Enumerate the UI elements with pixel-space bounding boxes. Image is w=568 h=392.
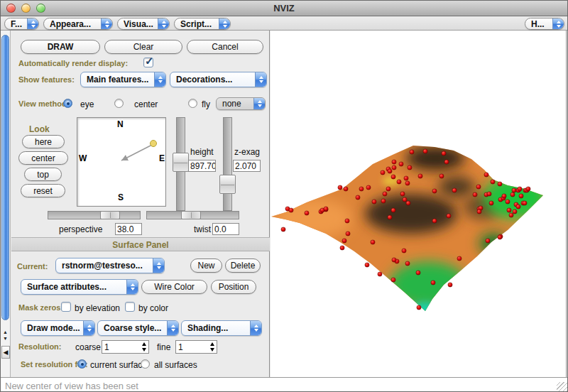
twist-value-input[interactable]: 0.0 — [212, 223, 239, 235]
terrain-surface — [271, 31, 567, 377]
coarse-style-dropdown[interactable]: Coarse style... — [97, 320, 179, 336]
twist-slider-track[interactable] — [146, 211, 239, 219]
menu-visualize[interactable]: Visua... — [117, 18, 170, 30]
fly-mode-dropdown[interactable]: none — [216, 97, 266, 110]
look-top-button[interactable]: top — [24, 168, 62, 181]
menu-file[interactable]: F... — [4, 18, 39, 30]
status-message: New center of view has been set — [5, 381, 138, 391]
current-surface-dropdown[interactable]: rstnorm@testreso... — [55, 258, 165, 273]
current-surface-radio-label: current surface — [90, 360, 147, 370]
panel-vertical-scrollbar[interactable]: ▲▼ ◀ — [1, 31, 11, 377]
compass-west-label: W — [79, 153, 87, 163]
menu-appearance[interactable]: Appeara... — [43, 18, 113, 30]
chevron-updown-icon — [158, 18, 169, 29]
all-surfaces-radio[interactable] — [141, 359, 150, 369]
look-here-label: here — [35, 137, 52, 147]
draw-button[interactable]: DRAW — [21, 40, 100, 54]
view-position-canvas[interactable]: N S W E — [77, 117, 166, 207]
coarse-resolution-spinbox[interactable]: 1 — [102, 340, 149, 354]
chevron-updown-icon — [153, 258, 164, 273]
chevron-updown-icon — [101, 18, 112, 29]
twist-slider-handle[interactable] — [181, 211, 201, 219]
clear-button[interactable]: Clear — [104, 40, 182, 54]
z-exag-slider-track[interactable] — [223, 117, 232, 211]
resolution-label: Resolution: — [18, 342, 62, 351]
control-panel: DRAW Clear Cancel Automatically render d… — [11, 31, 270, 377]
auto-render-checkbox[interactable] — [143, 58, 153, 67]
chevron-updown-icon — [167, 321, 178, 335]
perspective-slider-handle[interactable] — [100, 211, 120, 219]
height-value-input[interactable]: 897.70 — [188, 160, 216, 172]
look-reset-label: reset — [33, 186, 53, 196]
scroll-left-arrow-icon[interactable]: ◀ — [1, 346, 10, 359]
height-slider-handle[interactable] — [173, 153, 189, 172]
view-method-center-radio[interactable] — [114, 99, 124, 108]
fly-mode-dropdown-label: none — [222, 99, 253, 109]
height-slider-label: height — [190, 147, 214, 157]
render-viewport[interactable] — [271, 31, 567, 377]
delete-surface-button[interactable]: Delete — [225, 258, 261, 273]
z-exag-slider-label: z-exag — [234, 147, 260, 157]
scrollbar-arrows-icon[interactable]: ▲▼ — [3, 329, 8, 342]
current-surface-radio[interactable] — [77, 359, 87, 369]
compass-east-label: E — [159, 153, 165, 163]
cancel-button[interactable]: Cancel — [187, 40, 263, 54]
decorations-dropdown[interactable]: Decorations... — [170, 72, 267, 87]
view-method-fly-radio[interactable] — [188, 99, 197, 108]
surface-attributes-dropdown[interactable]: Surface attributes... — [21, 279, 138, 295]
menu-scripting[interactable]: Script... — [174, 18, 231, 30]
spinner-arrows-icon[interactable] — [141, 342, 148, 352]
fine-resolution-value: 1 — [176, 342, 209, 352]
look-center-label: center — [31, 153, 55, 163]
coarse-style-dropdown-label: Coarse style... — [104, 323, 167, 333]
view-method-center-label: center — [134, 99, 158, 109]
look-here-button[interactable]: here — [22, 135, 65, 148]
menu-help[interactable]: H... — [525, 18, 564, 30]
cancel-button-label: Cancel — [212, 42, 238, 52]
perspective-value-input[interactable]: 38.0 — [115, 223, 142, 235]
window-title: NVIZ — [1, 3, 567, 13]
nviz-window: NVIZ F... Appeara... Visua... Script... … — [0, 0, 568, 392]
wire-color-button[interactable]: Wire Color — [141, 280, 207, 294]
menu-appearance-label: Appeara... — [50, 19, 101, 29]
mask-by-color-checkbox[interactable] — [125, 302, 135, 312]
position-button[interactable]: Position — [211, 280, 256, 294]
view-method-fly-label: fly — [202, 99, 210, 109]
z-exag-slider-handle[interactable] — [219, 175, 236, 194]
chevron-updown-icon — [154, 72, 165, 87]
current-label: Current: — [17, 262, 48, 271]
view-method-label: View method: — [18, 99, 69, 108]
z-exag-value-input[interactable]: 2.070 — [233, 160, 261, 172]
draw-mode-dropdown[interactable]: Draw mode... — [21, 320, 95, 336]
main-features-dropdown[interactable]: Main features... — [80, 72, 166, 87]
scrollbar-thumb[interactable] — [1, 35, 9, 320]
chevron-updown-icon — [126, 280, 138, 294]
main-features-dropdown-label: Main features... — [87, 75, 154, 85]
shading-dropdown[interactable]: Shading... — [181, 320, 262, 336]
wire-color-label: Wire Color — [154, 282, 195, 292]
view-method-eye-radio[interactable] — [63, 99, 72, 108]
new-surface-button[interactable]: New — [190, 258, 222, 273]
mask-by-elevation-label: by elevation — [75, 303, 120, 313]
decorations-dropdown-label: Decorations... — [176, 75, 255, 85]
menu-help-label: H... — [531, 19, 552, 29]
compass-north-label: N — [117, 119, 124, 129]
fine-resolution-spinbox[interactable]: 1 — [175, 340, 217, 354]
compass-south-label: S — [118, 192, 124, 202]
resize-grip[interactable] — [557, 382, 567, 392]
title-bar: NVIZ — [1, 1, 567, 16]
look-center-button[interactable]: center — [18, 151, 68, 165]
resolution-coarse-label: coarse — [75, 342, 101, 352]
spinner-arrows-icon[interactable] — [209, 342, 217, 352]
mask-by-elevation-checkbox[interactable] — [61, 302, 71, 312]
surface-attributes-dropdown-label: Surface attributes... — [27, 282, 126, 292]
chevron-updown-icon — [83, 321, 94, 335]
chevron-updown-icon — [552, 18, 564, 29]
mask-zeros-label: Mask zeros: — [18, 303, 63, 312]
all-surfaces-radio-label: all surfaces — [154, 360, 197, 370]
menu-visualize-label: Visua... — [124, 19, 158, 29]
look-reset-button[interactable]: reset — [21, 184, 65, 197]
clear-button-label: Clear — [133, 42, 154, 52]
perspective-slider-track[interactable] — [48, 211, 141, 219]
menu-file-label: F... — [11, 19, 27, 29]
